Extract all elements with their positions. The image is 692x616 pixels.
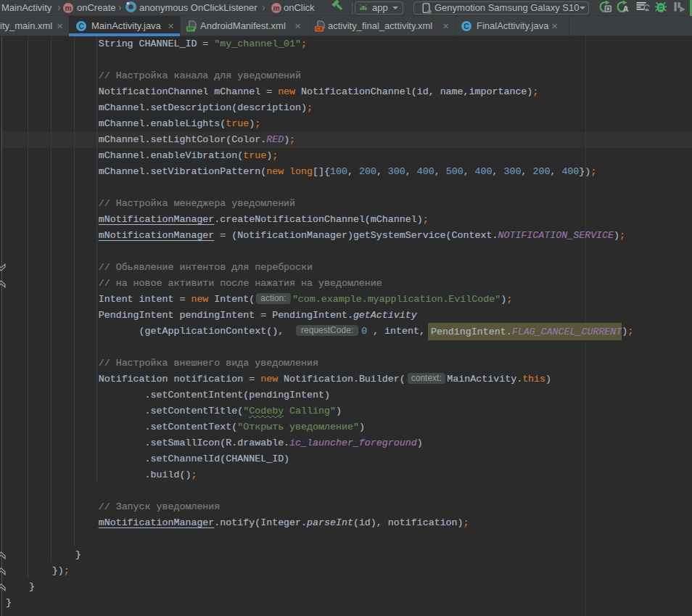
svg-text:CX: CX <box>316 26 323 31</box>
svg-text:m: m <box>273 4 280 12</box>
svg-text:C: C <box>78 22 84 30</box>
svg-text:C: C <box>464 22 469 30</box>
svg-text:MF: MF <box>187 26 194 31</box>
svg-text:A: A <box>622 4 628 13</box>
svg-text:m: m <box>65 4 72 12</box>
